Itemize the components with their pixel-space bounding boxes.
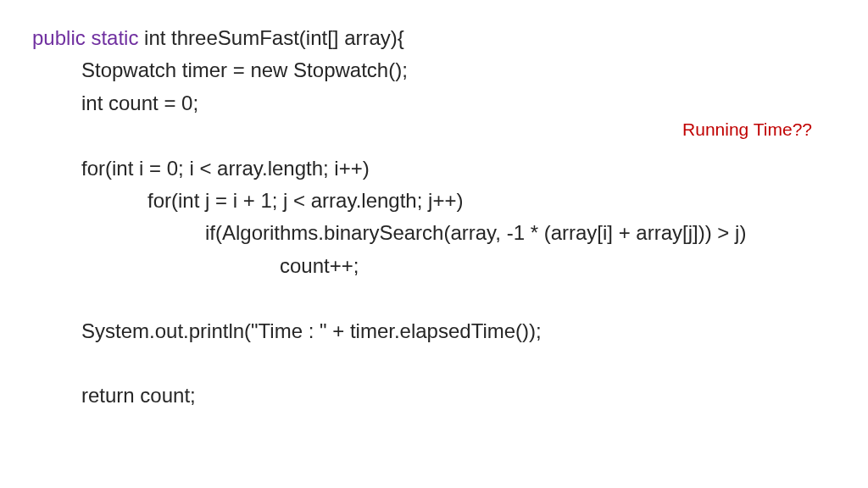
code-line-for-j: for(int j = i + 1; j < array.length; j++…	[32, 185, 836, 217]
blank-line-3	[32, 347, 836, 380]
blank-line-2	[32, 282, 836, 314]
code-line-count-inc: count++;	[32, 250, 836, 282]
method-signature: int threeSumFast(int[] array){	[144, 26, 404, 49]
code-line-println: System.out.println("Time : " + timer.ela…	[32, 315, 836, 347]
code-line-if: if(Algorithms.binarySearch(array, -1 * (…	[32, 217, 836, 249]
running-time-annotation: Running Time??	[682, 115, 812, 144]
code-line-signature: public static int threeSumFast(int[] arr…	[32, 22, 836, 54]
code-line-for-i: for(int i = 0; i < array.length; i++)	[32, 152, 836, 185]
keyword-public-static: public static	[32, 26, 144, 49]
code-line-stopwatch: Stopwatch timer = new Stopwatch();	[32, 54, 836, 86]
code-line-return: return count;	[32, 380, 836, 412]
